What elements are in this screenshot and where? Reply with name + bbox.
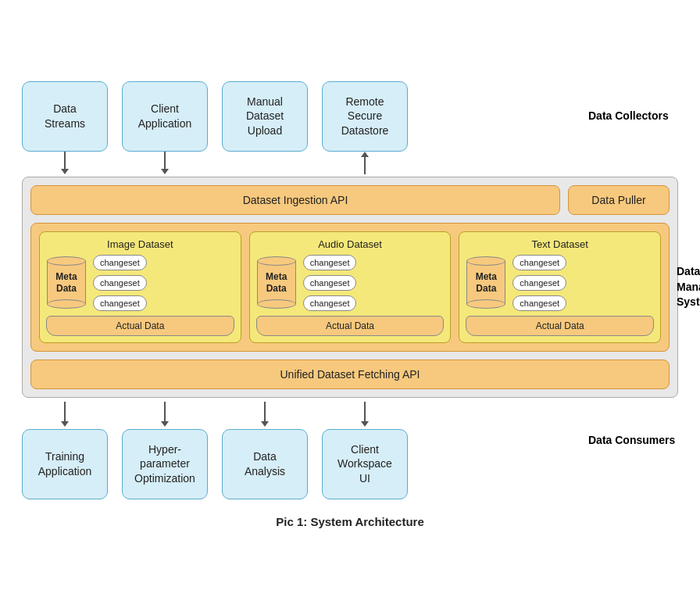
image-actual-data: Actual Data [46, 316, 234, 336]
data-management-system: Image Dataset Meta Data changeset change… [30, 223, 670, 352]
arrow-to-remote-datastore [322, 152, 408, 177]
diagram-caption: Pic 1: System Architecture [22, 515, 678, 528]
unified-api: Unified Dataset Fetching API [30, 360, 670, 389]
collector-client-application: Client Application [122, 81, 208, 152]
audio-changesets: changeset changeset changeset [303, 255, 357, 311]
data-management-label: Data Management System [677, 264, 700, 310]
audio-dataset: Audio Dataset Meta Data changeset change… [249, 231, 452, 343]
audio-dataset-cylinder: Meta Data [256, 256, 297, 309]
consumer-training-application: Training Application [22, 429, 108, 499]
image-changesets: changeset changeset changeset [93, 255, 147, 311]
data-consumers-label: Data Consumers [577, 402, 678, 447]
text-dataset: Text Dataset Meta Data changeset changes… [459, 231, 661, 343]
api-row: Dataset Ingestion API Data Puller [30, 185, 670, 215]
main-system-container: Dataset Ingestion API Data Puller Image … [22, 177, 678, 398]
collectors-row: Data Streams Client Application Manual D… [22, 81, 577, 152]
arrow-to-hyperparameter [122, 402, 208, 429]
arrow-from-data-streams [22, 152, 108, 177]
collector-remote-datastore: Remote Secure Datastore [322, 81, 408, 152]
diagram-wrapper: Data Streams Client Application Manual D… [14, 66, 686, 536]
dataset-ingestion-api: Dataset Ingestion API [30, 185, 560, 215]
collector-manual-upload: Manual Dataset Upload [222, 81, 308, 152]
arrow-to-client-workspace [322, 402, 408, 429]
arrow-to-data-analysis [222, 402, 308, 429]
consumer-hyperparameter-optimization: Hyper- parameter Optimization [122, 429, 208, 499]
consumers-row: Training Application Hyper- parameter Op… [22, 429, 577, 499]
consumer-data-analysis: Data Analysis [222, 429, 308, 499]
collector-data-streams: Data Streams [22, 81, 108, 152]
text-dataset-cylinder: Meta Data [466, 256, 506, 309]
data-collectors-label: Data Collectors [577, 81, 678, 123]
audio-actual-data: Actual Data [256, 316, 445, 336]
text-actual-data: Actual Data [466, 316, 654, 336]
image-dataset: Image Dataset Meta Data changeset change… [39, 231, 241, 343]
arrow-from-client-app [122, 152, 208, 177]
text-changesets: changeset changeset changeset [512, 255, 566, 311]
arrow-to-training [22, 402, 108, 429]
consumer-client-workspace-ui: Client Workspace UI [322, 429, 408, 499]
image-dataset-cylinder: Meta Data [46, 256, 87, 309]
data-puller: Data Puller [568, 185, 670, 215]
